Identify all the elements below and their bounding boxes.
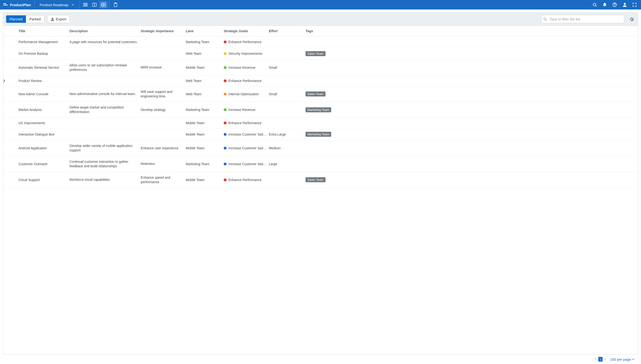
table-row[interactable]: Interactive Dialogue BoxMobile TeamIncre… bbox=[3, 128, 638, 140]
goal-dot-icon bbox=[224, 133, 227, 136]
goal-dot-icon bbox=[224, 40, 227, 43]
notifications-button[interactable] bbox=[600, 0, 610, 10]
expand-cell[interactable] bbox=[3, 75, 19, 86]
tag[interactable]: Sales Team bbox=[305, 92, 326, 96]
col-tags[interactable]: Tags bbox=[305, 26, 638, 36]
cell-tags: Marketing Team bbox=[305, 102, 638, 118]
goal-label: Increase Customer Satisf… bbox=[228, 162, 267, 166]
filter-wrap bbox=[541, 15, 624, 23]
cell-strategic_importance: Enhance speed and performance bbox=[141, 172, 186, 188]
cell-effort: Extra Large bbox=[269, 128, 305, 140]
tab-parked[interactable]: Parked bbox=[26, 16, 44, 23]
prev-page-button[interactable] bbox=[595, 358, 597, 361]
svg-rect-3 bbox=[83, 3, 88, 4]
cell-strategic_importance: Retention bbox=[141, 156, 186, 172]
cell-effort bbox=[269, 36, 305, 48]
cell-strategic_importance: Will save support and engineering time. bbox=[141, 86, 186, 102]
list-view-button[interactable] bbox=[81, 1, 89, 8]
table-row[interactable]: Product ReviewWeb TeamEnhance Performanc… bbox=[3, 75, 638, 86]
tag[interactable]: Sales Team bbox=[305, 51, 326, 56]
cell-tags: Marketing Team bbox=[305, 128, 638, 140]
per-page-selector[interactable]: 100 per page bbox=[610, 357, 634, 362]
tag[interactable]: Marketing Team bbox=[305, 107, 331, 112]
cell-description bbox=[70, 118, 141, 128]
table-body: Performance ManagementA page with resour… bbox=[3, 36, 638, 188]
cell-tags bbox=[305, 60, 638, 75]
help-button[interactable] bbox=[610, 0, 620, 10]
table-row[interactable]: Performance ManagementA page with resour… bbox=[3, 36, 638, 48]
cell-description: Continual customer interaction to gather… bbox=[70, 156, 141, 172]
cell-tags bbox=[305, 36, 638, 48]
table-view-button[interactable] bbox=[99, 1, 108, 8]
settings-button[interactable] bbox=[628, 16, 635, 22]
filter-input[interactable] bbox=[541, 15, 624, 23]
table-row[interactable]: On Premise BackupWeb TeamSecurity Improv… bbox=[3, 48, 638, 60]
roadmap-name: Product Roadmap bbox=[40, 3, 68, 7]
pager: 1 bbox=[595, 357, 606, 362]
cell-goal: Enhance Performance bbox=[224, 36, 269, 48]
cell-lane: Mobile Team bbox=[186, 128, 224, 140]
cell-tags bbox=[305, 75, 638, 86]
search-button[interactable] bbox=[590, 0, 600, 10]
svg-line-20 bbox=[546, 20, 547, 20]
tab-planned[interactable]: Planned bbox=[6, 16, 26, 23]
cell-description: A page with resources for potential cust… bbox=[70, 36, 141, 48]
tag[interactable]: Sales Team bbox=[305, 177, 326, 182]
cell-effort bbox=[269, 102, 305, 118]
cell-strategic_importance bbox=[141, 48, 186, 60]
goal-dot-icon bbox=[224, 80, 227, 82]
col-effort[interactable]: Effort bbox=[269, 26, 305, 36]
brand[interactable]: ProductPlan bbox=[0, 0, 34, 10]
table-row[interactable]: Market AnalysisDefine target market and … bbox=[3, 102, 638, 118]
svg-rect-1 bbox=[4, 5, 8, 6]
cell-strategic_importance: MRR increase bbox=[141, 60, 186, 75]
cell-tags: Sales Team bbox=[305, 172, 638, 188]
col-strategic-importance[interactable]: Strategic Importance bbox=[141, 26, 186, 36]
cell-effort: Large bbox=[269, 156, 305, 172]
navbar-right bbox=[588, 0, 641, 10]
fullscreen-button[interactable] bbox=[629, 0, 639, 10]
col-description[interactable]: Description bbox=[70, 26, 141, 36]
cell-description: Define target market and competitive dif… bbox=[70, 102, 141, 118]
cell-lane: Marketing Team bbox=[186, 156, 224, 172]
cell-effort bbox=[269, 118, 305, 128]
cell-lane: Mobile Team bbox=[186, 172, 224, 188]
cell-lane: Mobile Team bbox=[186, 118, 224, 128]
goal-dot-icon bbox=[224, 162, 227, 166]
cell-lane: Web Team bbox=[186, 48, 224, 60]
cell-description: Develop wider variety of mobile applicat… bbox=[70, 140, 141, 156]
cell-tags: Sales Team bbox=[305, 48, 638, 60]
items-table-wrap[interactable]: Title Description Strategic Importance L… bbox=[3, 26, 638, 354]
table-row[interactable]: Cloud SupportReinforce cloud capabilitie… bbox=[3, 172, 638, 188]
current-page[interactable]: 1 bbox=[598, 357, 602, 362]
roadmap-selector[interactable]: Product Roadmap bbox=[34, 0, 79, 10]
table-row[interactable]: Android ApplicationDevelop wider variety… bbox=[3, 140, 638, 156]
cell-title: Android Application bbox=[19, 140, 70, 156]
items-table: Title Description Strategic Importance L… bbox=[3, 26, 638, 188]
cell-effort: Small bbox=[269, 86, 305, 102]
split-view-button[interactable] bbox=[90, 1, 98, 8]
col-title[interactable]: Title bbox=[19, 26, 70, 36]
goal-dot-icon bbox=[224, 147, 227, 150]
table-row[interactable]: New Admin ConsoleNew administrative cons… bbox=[3, 86, 638, 102]
goal-dot-icon bbox=[224, 93, 227, 96]
chevron-down-icon bbox=[72, 4, 74, 6]
cell-title: Performance Management bbox=[19, 36, 70, 48]
status-tabs: Planned Parked bbox=[6, 15, 44, 23]
user-button[interactable] bbox=[620, 0, 629, 10]
expand-cell bbox=[3, 36, 19, 48]
table-row[interactable]: Automatic Renewal ServiceAllow users to … bbox=[3, 60, 638, 75]
table-row[interactable]: UX ImprovementsMobile TeamEnhance Perfor… bbox=[3, 118, 638, 128]
export-button[interactable]: Export bbox=[47, 15, 70, 23]
goal-label: Increase Revenue bbox=[228, 108, 255, 112]
next-page-button[interactable] bbox=[604, 358, 606, 361]
col-lane[interactable]: Lane bbox=[186, 26, 224, 36]
expand-cell bbox=[3, 102, 19, 118]
table-row[interactable]: Customer OutreachContinual customer inte… bbox=[3, 156, 638, 172]
clipboard-button[interactable] bbox=[112, 1, 120, 8]
cell-description: Allow users to set subscription renewal … bbox=[70, 60, 141, 75]
col-strategic-goals[interactable]: Strategic Goals bbox=[224, 26, 269, 36]
goal-label: Security Improvements bbox=[228, 52, 262, 56]
tag[interactable]: Marketing Team bbox=[305, 132, 331, 137]
cell-goal: Enhance Performance bbox=[224, 118, 269, 128]
